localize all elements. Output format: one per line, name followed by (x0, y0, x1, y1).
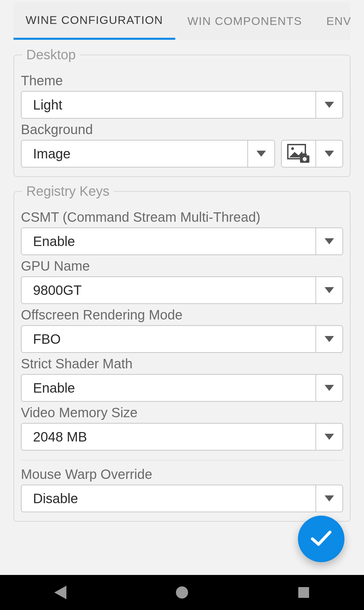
label-theme: Theme (21, 73, 343, 88)
tab-environment[interactable]: ENVIRONM (314, 2, 351, 40)
confirm-fab[interactable] (298, 516, 344, 562)
chevron-down-icon[interactable] (315, 485, 342, 512)
select-shader-value: Enable (22, 375, 315, 401)
android-navbar (0, 575, 364, 610)
select-offscreen[interactable]: FBO (21, 325, 343, 353)
select-video-memory[interactable]: 2048 MB (21, 423, 343, 451)
check-icon (310, 530, 332, 548)
label-video-memory: Video Memory Size (21, 405, 343, 420)
divider (21, 460, 343, 461)
tab-wine-configuration[interactable]: WINE CONFIGURATION (13, 2, 175, 40)
select-background[interactable]: Image (21, 140, 275, 167)
select-offscreen-value: FBO (22, 326, 315, 352)
tab-win-components[interactable]: WIN COMPONENTS (175, 2, 314, 40)
chevron-down-icon[interactable] (315, 228, 342, 254)
svg-marker-0 (325, 102, 334, 108)
svg-marker-1 (256, 151, 266, 157)
chevron-down-icon[interactable] (315, 141, 342, 167)
svg-point-6 (303, 157, 307, 161)
select-csmt[interactable]: Enable (21, 227, 343, 255)
select-gpu-name[interactable]: 9800GT (21, 276, 343, 304)
chevron-down-icon[interactable] (315, 375, 342, 401)
select-mouse-warp[interactable]: Disable (21, 485, 343, 512)
group-desktop: Desktop Theme Light Background Image (13, 47, 351, 177)
legend-desktop: Desktop (22, 47, 80, 62)
label-shader: Strict Shader Math (21, 356, 343, 371)
svg-marker-8 (325, 151, 334, 157)
select-theme-value: Light (22, 92, 315, 118)
svg-marker-11 (325, 336, 334, 342)
chevron-down-icon[interactable] (315, 424, 342, 450)
nav-back-icon[interactable] (54, 586, 66, 599)
group-registry-keys: Registry Keys CSMT (Command Stream Multi… (13, 184, 351, 522)
select-theme[interactable]: Light (21, 91, 343, 119)
svg-marker-9 (325, 238, 334, 244)
svg-rect-17 (298, 587, 309, 598)
label-background: Background (21, 122, 343, 137)
svg-marker-13 (325, 434, 334, 440)
chevron-down-icon[interactable] (315, 326, 342, 352)
svg-marker-12 (325, 385, 334, 391)
legend-registry: Registry Keys (22, 184, 114, 199)
svg-point-16 (176, 586, 188, 599)
tab-bar: WINE CONFIGURATION WIN COMPONENTS ENVIRO… (13, 2, 351, 40)
select-shader[interactable]: Enable (21, 374, 343, 402)
nav-recent-icon[interactable] (298, 586, 310, 599)
select-background-image[interactable] (281, 140, 343, 167)
chevron-down-icon[interactable] (247, 141, 274, 167)
nav-home-icon[interactable] (175, 586, 189, 599)
label-gpu-name: GPU Name (21, 258, 343, 274)
select-vmem-value: 2048 MB (22, 424, 315, 450)
svg-rect-7 (303, 153, 307, 156)
select-csmt-value: Enable (22, 228, 315, 254)
select-gpu-value: 9800GT (22, 277, 315, 303)
svg-point-3 (291, 147, 294, 150)
svg-marker-15 (54, 586, 66, 599)
label-csmt: CSMT (Command Stream Multi-Thread) (21, 210, 343, 225)
chevron-down-icon[interactable] (315, 92, 342, 118)
select-mouse-value: Disable (22, 485, 315, 512)
label-offscreen: Offscreen Rendering Mode (21, 307, 343, 323)
chevron-down-icon[interactable] (315, 277, 342, 303)
label-mouse-warp: Mouse Warp Override (21, 467, 343, 482)
svg-marker-10 (325, 287, 334, 293)
select-background-value: Image (22, 141, 247, 167)
svg-marker-14 (325, 495, 334, 501)
image-picker-icon[interactable] (282, 141, 315, 167)
